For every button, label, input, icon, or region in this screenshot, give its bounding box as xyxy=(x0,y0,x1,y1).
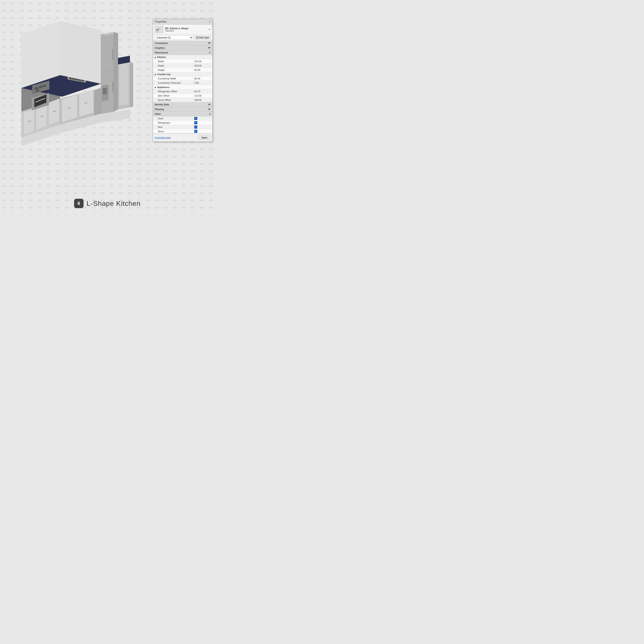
constraints-section-header[interactable]: Constraints ≫ xyxy=(153,41,212,45)
identity-data-collapse-icon: ≫ xyxy=(208,103,210,106)
depth-row: Depth 320.00 xyxy=(153,64,212,68)
countertop-width-row: Countertop Width 65.00 xyxy=(153,76,212,81)
other-collapse-icon: ∧ xyxy=(209,112,210,115)
stove-label: Stove xyxy=(153,130,193,133)
svg-marker-31 xyxy=(62,95,77,122)
countertop-width-label: Countertop Width xyxy=(153,77,193,80)
refrigerator-checkbox-checked[interactable] xyxy=(194,121,197,124)
properties-help-link[interactable]: Properties help xyxy=(155,136,171,139)
countertop-thickness-row: Countertop Thickness 4.00 xyxy=(153,81,212,85)
kitchen-group-arrow: ▶ xyxy=(155,56,156,58)
properties-panel: Properties × RD_Kitchen L-Shape Standard… xyxy=(153,19,212,142)
countertop-thickness-value[interactable]: 4.00 xyxy=(193,81,212,85)
dimensions-section-header[interactable]: Dimensions ∧ xyxy=(153,50,212,55)
oven-row: Oven xyxy=(153,116,212,121)
refrigerator-row: Refrigerator xyxy=(153,121,212,125)
dimensions-collapse-icon: ∧ xyxy=(209,51,210,54)
component-icon xyxy=(155,26,163,33)
svg-marker-42 xyxy=(114,32,118,112)
stove-row: Stove xyxy=(153,129,212,133)
phasing-collapse-icon: ≫ xyxy=(208,108,210,111)
svg-marker-32 xyxy=(79,90,93,117)
refrigerator-label: Refrigerator xyxy=(153,121,193,124)
sink-checkbox-checked[interactable] xyxy=(194,126,197,129)
svg-marker-24 xyxy=(94,88,101,116)
panel-close-button[interactable]: × xyxy=(209,20,210,23)
component-name: RD_Kitchen L-Shape Standard xyxy=(165,27,207,32)
panel-header: RD_Kitchen L-Shape Standard ▼ xyxy=(153,24,212,35)
panel-titlebar: Properties × xyxy=(153,19,212,24)
countertop-group-row: ▶ Counter top xyxy=(153,72,212,76)
bottom-label: 6 L-Shape Kitchen xyxy=(74,199,141,208)
other-section-header[interactable]: Other ∧ xyxy=(153,112,212,116)
height-label: Height xyxy=(153,68,193,72)
constraints-collapse-icon: ≫ xyxy=(208,42,210,44)
stove-checkbox[interactable] xyxy=(193,129,212,133)
sink-label: Sink xyxy=(153,125,193,129)
width-label: Width xyxy=(153,60,193,63)
stove-checkbox-checked[interactable] xyxy=(194,130,197,133)
edit-type-button[interactable]: Edit Type xyxy=(194,36,210,39)
panel-type-row: Casework (1) Edit Type xyxy=(153,35,212,41)
countertop-group-arrow: ▶ xyxy=(155,74,156,76)
refrigerator-checkbox[interactable] xyxy=(193,121,212,125)
panel-footer: Properties help Apply xyxy=(153,133,212,141)
countertop-thickness-label: Countertop Thickness xyxy=(153,81,193,85)
header-dropdown-arrow[interactable]: ▼ xyxy=(208,28,210,31)
sink-offset-value[interactable]: 110.00 xyxy=(193,94,212,97)
svg-rect-47 xyxy=(103,88,107,94)
identity-data-section-header[interactable]: Identity Data ≫ xyxy=(153,102,212,107)
sink-offset-label: Sink Offset xyxy=(153,94,193,97)
depth-label: Depth xyxy=(153,64,193,67)
oven-label: Oven xyxy=(153,117,193,120)
panel-title: Properties xyxy=(155,20,166,23)
component-name-main: RD_Kitchen L-Shape xyxy=(165,27,207,30)
svg-marker-57 xyxy=(159,28,160,30)
stove-offset-label: Stove Offset xyxy=(153,98,193,102)
width-value[interactable]: 315.00 xyxy=(193,60,212,63)
phasing-section-header[interactable]: Phasing ≫ xyxy=(153,107,212,112)
stove-offset-row: Stove Offset 100.00 xyxy=(153,98,212,102)
svg-marker-39 xyxy=(60,21,101,84)
width-row: Width 315.00 xyxy=(153,59,212,64)
height-row: Height 95.00 xyxy=(153,68,212,72)
oven-checkbox-checked[interactable] xyxy=(194,117,197,120)
graphics-section-header[interactable]: Graphics ≫ xyxy=(153,45,212,50)
sink-offset-row: Sink Offset 110.00 xyxy=(153,94,212,98)
svg-marker-51 xyxy=(119,64,129,106)
type-selector[interactable]: Casework (1) xyxy=(155,35,193,40)
height-value[interactable]: 95.00 xyxy=(193,68,212,72)
kitchen-illustration xyxy=(6,17,152,150)
refrigerator-offset-value[interactable]: 44.70 xyxy=(193,90,212,93)
apply-button[interactable]: Apply xyxy=(198,135,210,140)
svg-marker-3 xyxy=(24,108,34,135)
oven-checkbox[interactable] xyxy=(193,117,212,120)
graphics-collapse-icon: ≫ xyxy=(208,46,210,49)
label-text: L-Shape Kitchen xyxy=(86,200,141,208)
label-badge: 6 xyxy=(74,199,83,208)
svg-rect-59 xyxy=(197,37,198,38)
kitchen-group-row: ▶ Kitchen xyxy=(153,55,212,59)
refrigerator-offset-label: Refrigerator Offset xyxy=(153,90,193,93)
depth-value[interactable]: 320.00 xyxy=(193,64,212,67)
sink-row: Sink xyxy=(153,125,212,129)
sink-checkbox[interactable] xyxy=(193,125,212,129)
svg-marker-50 xyxy=(130,62,133,107)
svg-marker-40 xyxy=(101,32,114,114)
refrigerator-offset-row: Refrigerator Offset 44.70 xyxy=(153,89,212,94)
countertop-width-value[interactable]: 65.00 xyxy=(193,77,212,80)
appliances-group-arrow: ▶ xyxy=(155,86,156,88)
stove-offset-value[interactable]: 100.00 xyxy=(193,98,212,102)
appliances-group-row: ▶ Appliances xyxy=(153,85,212,89)
component-name-sub: Standard xyxy=(165,30,207,32)
svg-marker-5 xyxy=(48,98,59,125)
